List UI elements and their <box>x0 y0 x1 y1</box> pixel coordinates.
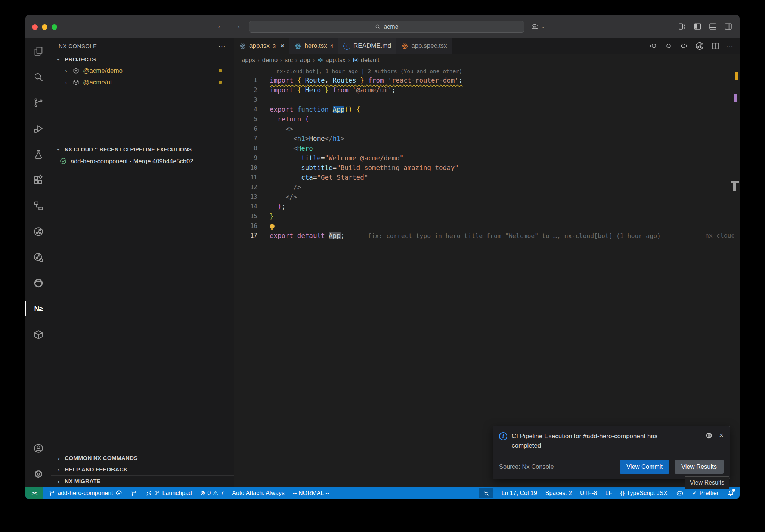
project-item-acme-demo[interactable]: › @acme/demo <box>51 65 234 77</box>
breadcrumb-src[interactable]: src <box>285 56 293 64</box>
source-control-graph-item[interactable] <box>131 490 137 497</box>
code-line[interactable]: 8 <Hero <box>234 143 740 153</box>
code-line-content <box>257 95 270 105</box>
settings-gear-icon[interactable] <box>25 461 51 487</box>
code-line[interactable]: 1import { Route, Routes } from 'react-ro… <box>234 75 740 85</box>
indentation-item[interactable]: Spaces: 2 <box>545 490 572 497</box>
view-results-button[interactable]: View Results <box>675 460 724 474</box>
explorer-icon[interactable] <box>25 38 51 64</box>
pipeline-execution-item[interactable]: add-hero-component - Merge 409b44e5cb02… <box>51 155 234 167</box>
toggle-panel-icon[interactable] <box>708 22 718 31</box>
breadcrumb-app[interactable]: app <box>300 56 310 64</box>
source-control-icon[interactable] <box>25 90 51 115</box>
traffic-lights <box>32 24 57 30</box>
git-branch-item[interactable]: add-hero-component <box>49 489 123 497</box>
overview-ruler-modified-marker <box>734 94 737 102</box>
search-view-icon[interactable] <box>25 64 51 90</box>
nx-graph-focus-icon[interactable] <box>25 244 51 270</box>
toggle-secondary-sidebar-icon[interactable] <box>724 22 733 31</box>
breadcrumb-symbol-default[interactable]: default <box>353 56 380 64</box>
edge-browser-icon[interactable] <box>25 270 51 296</box>
nx-graph-action-icon[interactable] <box>695 41 704 51</box>
lightbulb-icon[interactable] <box>270 224 275 229</box>
nx-graph-icon[interactable] <box>25 219 51 244</box>
notification-toast: i CI Pipeline Execution for #add-hero-co… <box>493 426 730 479</box>
code-line[interactable]: 4export function App() { <box>234 105 740 114</box>
vim-mode-item[interactable]: -- NORMAL -- <box>293 490 329 497</box>
info-icon: i <box>343 43 350 50</box>
notifications-bell[interactable] <box>727 489 734 497</box>
testing-icon[interactable] <box>25 141 51 167</box>
run-debug-icon[interactable] <box>25 115 51 141</box>
breadcrumb-demo[interactable]: demo <box>262 56 278 64</box>
code-line[interactable]: 12 /> <box>234 182 740 192</box>
encoding-item[interactable]: UTF-8 <box>580 490 597 497</box>
code-line[interactable]: 15} <box>234 211 740 221</box>
more-actions-icon[interactable]: ⋯ <box>726 42 734 50</box>
customize-layout-icon[interactable] <box>678 22 687 31</box>
project-item-acme-ui[interactable]: › @acme/ui <box>51 77 234 88</box>
code-line[interactable]: 5 return ( <box>234 114 740 124</box>
close-window-button[interactable] <box>32 24 38 30</box>
section-help-and-feedback[interactable]: › HELP AND FEEDBACK <box>51 464 234 475</box>
nav-forward-circle-icon[interactable] <box>679 41 688 50</box>
nx-console-icon[interactable]: N≥ <box>25 296 51 322</box>
split-editor-icon[interactable] <box>711 41 720 50</box>
code-line[interactable]: 9 title="Welcome @acme/demo" <box>234 153 740 163</box>
code-area: 1import { Route, Routes } from 'react-ro… <box>234 75 740 241</box>
code-line[interactable]: 6 <> <box>234 124 740 134</box>
code-line[interactable]: 17export default App;fix: correct typo i… <box>234 231 740 241</box>
minimize-window-button[interactable] <box>42 24 47 30</box>
breadcrumb-apps[interactable]: apps <box>242 56 255 64</box>
nav-position-circle-icon[interactable] <box>664 41 673 50</box>
containers-icon[interactable] <box>25 322 51 347</box>
code-line[interactable]: 11 cta="Get Started" <box>234 173 740 182</box>
tab-readme-md[interactable]: i README.md <box>338 38 396 54</box>
language-mode-item[interactable]: {} TypeScript JSX <box>620 490 668 497</box>
accounts-icon[interactable] <box>25 435 51 461</box>
command-center-search[interactable]: acme <box>249 21 524 33</box>
project-details-icon[interactable] <box>25 193 51 219</box>
code-line[interactable]: 10 subtitle="Build something amazing tod… <box>234 163 740 173</box>
code-line[interactable]: 7 <h1>Home</h1> <box>234 134 740 143</box>
nx-cloud-section-header[interactable]: › NX CLOUD :: RECENT CI PIPELINE EXECUTI… <box>51 144 234 155</box>
tab-app-spec-tsx[interactable]: app.spec.tsx <box>396 38 452 54</box>
projects-section-header[interactable]: › PROJECTS <box>51 54 234 65</box>
code-line[interactable]: 2import { Hero } from '@acme/ui'; <box>234 85 740 95</box>
eol-item[interactable]: LF <box>605 490 612 497</box>
section-nx-migrate[interactable]: › NX MIGRATE <box>51 475 234 487</box>
nav-forward-icon[interactable]: → <box>233 21 241 30</box>
remote-indicator[interactable]: >< <box>25 487 43 499</box>
section-common-nx-commands[interactable]: › COMMON NX COMMANDS <box>51 452 234 464</box>
prettier-item[interactable]: ✓ Prettier <box>692 489 719 497</box>
tab-app-tsx[interactable]: app.tsx 3 × <box>234 38 289 54</box>
maximize-window-button[interactable] <box>52 24 57 30</box>
zoom-out-icon <box>483 489 490 497</box>
toggle-sidebar-icon[interactable] <box>693 22 702 31</box>
copilot-status-item[interactable] <box>676 489 684 497</box>
notification-settings-gear-icon[interactable] <box>705 432 713 440</box>
more-actions-icon[interactable]: ⋯ <box>218 41 226 50</box>
code-line[interactable]: 3 <box>234 95 740 105</box>
code-line-content: subtitle="Build something amazing today" <box>257 163 459 173</box>
line-number: 11 <box>234 173 257 182</box>
code-line[interactable]: 14 ); <box>234 202 740 211</box>
code-line[interactable]: 16 <box>234 221 740 231</box>
auto-attach-item[interactable]: Auto Attach: Always <box>232 490 285 497</box>
zoom-indicator[interactable] <box>479 488 493 498</box>
nav-back-icon[interactable]: ← <box>217 21 224 30</box>
problems-item[interactable]: ⊗ 0 ⚠ 7 <box>200 489 224 497</box>
code-line-content <box>257 221 275 231</box>
view-commit-button[interactable]: View Commit <box>620 460 669 474</box>
breadcrumb-file[interactable]: app.tsx <box>318 56 346 64</box>
copilot-menu[interactable]: ⌄ <box>530 22 545 31</box>
cursor-position-item[interactable]: Ln 17, Col 19 <box>502 490 537 497</box>
extensions-icon[interactable] <box>25 167 51 193</box>
tab-hero-tsx[interactable]: hero.tsx 4 <box>289 38 338 54</box>
close-tab-icon[interactable]: × <box>280 42 284 50</box>
nav-back-circle-icon[interactable] <box>649 41 658 50</box>
close-notification-icon[interactable]: × <box>719 432 724 450</box>
launchpad-item[interactable]: Launchpad <box>146 490 192 497</box>
code-line[interactable]: 13 </> <box>234 192 740 202</box>
breadcrumbs: apps› demo› src› app› app.tsx › default <box>234 54 740 66</box>
